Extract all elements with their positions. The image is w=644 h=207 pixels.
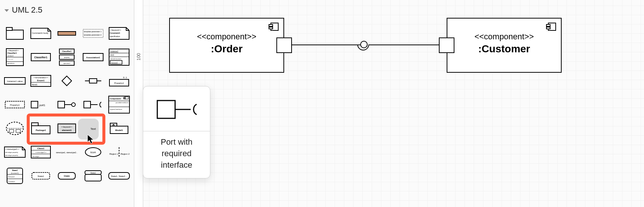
shape-icon[interactable]: icon bbox=[80, 141, 106, 163]
svg-text:Classifier1: Classifier1 bbox=[7, 52, 17, 54]
shape-association[interactable]: Association1 bbox=[80, 46, 106, 68]
svg-rect-53 bbox=[58, 101, 65, 108]
shape-qualifier[interactable] bbox=[80, 70, 106, 92]
svg-text:Region 1: Region 1 bbox=[109, 153, 119, 155]
shape-constraint[interactable]: <<keyword>>Constraint1specification bbox=[106, 22, 132, 45]
shape-classifier[interactable]: Classifier1 bbox=[28, 46, 53, 68]
svg-text:internal structure: internal structure bbox=[110, 58, 122, 60]
svg-text:Class1: Class1 bbox=[37, 147, 45, 150]
svg-text:State1, State2…: State1, State2… bbox=[111, 175, 127, 177]
svg-rect-51 bbox=[31, 101, 38, 108]
svg-text:required interfaces: required interfaces bbox=[110, 108, 122, 110]
provided-interface-ball-icon bbox=[360, 41, 368, 48]
svg-text:<<keyword>>: <<keyword>> bbox=[7, 49, 19, 52]
svg-text:Comment1 body: Comment1 body bbox=[32, 32, 48, 34]
svg-text:<<stereotype1>>: <<stereotype1>> bbox=[5, 148, 19, 150]
svg-text:<<enumeration>>: <<enumeration>> bbox=[34, 76, 49, 79]
svg-text:property: property bbox=[64, 56, 70, 58]
shape-port-provided-interface[interactable] bbox=[54, 93, 79, 116]
svg-text:literal1: literal1 bbox=[32, 83, 37, 86]
palette-title: UML 2.5 bbox=[12, 5, 42, 15]
svg-rect-108 bbox=[85, 174, 101, 181]
svg-rect-3 bbox=[58, 32, 76, 35]
shape-state-composite[interactable]: State1 bbox=[80, 165, 106, 187]
svg-text:stereotype1, stereotype2…: stereotype1, stereotype2… bbox=[56, 151, 78, 154]
svg-rect-70 bbox=[16, 129, 20, 132]
tooltip-preview-image bbox=[143, 86, 210, 131]
svg-text:State1: State1 bbox=[90, 172, 96, 174]
port-customer[interactable] bbox=[439, 37, 454, 53]
shape-stereotype-apply[interactable]: stereotype1, stereotype2… bbox=[54, 141, 79, 163]
component-order[interactable]: <<component>> :Order bbox=[169, 18, 284, 73]
diagram-canvas[interactable]: 100 <<component>> :Order <<component>> :… bbox=[134, 0, 644, 207]
svg-text:provided interfaces: provided interfaces bbox=[116, 102, 128, 104]
svg-text:template parameter 1: template parameter 1 bbox=[84, 30, 102, 33]
shape-text[interactable]: Text bbox=[80, 117, 106, 139]
svg-text:Model1: Model1 bbox=[115, 129, 123, 131]
shape-region-split[interactable]: Region 1Region 2 bbox=[106, 141, 132, 163]
svg-rect-60 bbox=[124, 97, 125, 98]
assembly-connector-left[interactable] bbox=[292, 45, 360, 45]
shape-model[interactable]: Model1 bbox=[106, 117, 132, 139]
shape-instance-value[interactable]: Instance1 value bbox=[2, 70, 27, 92]
shape-component-interfaces[interactable]: Component1provided interfacesrequired in… bbox=[106, 93, 132, 116]
svg-text:behavior1: behavior1 bbox=[8, 176, 15, 178]
shape-comment[interactable]: Comment1 body bbox=[28, 22, 53, 45]
svg-rect-71 bbox=[32, 123, 38, 126]
svg-rect-114 bbox=[269, 27, 273, 29]
shape-enumeration[interactable]: <<enumeration>>Enum1literal1 bbox=[28, 70, 53, 92]
shape-property-multiplicity[interactable]: 0..1Property1 bbox=[106, 70, 132, 92]
svg-text:Package1: Package1 bbox=[36, 129, 46, 131]
svg-text:stereotype property: stereotype property bbox=[5, 151, 18, 153]
shape-classifier-stereo[interactable]: <<keyword>>Classifier1attribute1inherite… bbox=[2, 46, 27, 68]
shape-port[interactable]: port1 bbox=[28, 93, 53, 116]
svg-text:port1: port1 bbox=[39, 104, 45, 107]
shape-port-required-interface[interactable] bbox=[80, 93, 106, 116]
shape-stereotype-property[interactable]: <<stereotype1>>stereotype propertystereo… bbox=[2, 141, 27, 163]
svg-text:0..1: 0..1 bbox=[123, 76, 127, 79]
shape-packaged-element[interactable]: <<keyword>>element1 bbox=[54, 117, 79, 139]
svg-text:Classifier1: Classifier1 bbox=[34, 56, 48, 59]
shape-state-dashed[interactable]: State1 bbox=[28, 165, 53, 187]
shape-package-folder[interactable] bbox=[2, 22, 27, 45]
shape-template-parameter[interactable]: template parameter 1template parameter 2 bbox=[80, 22, 106, 45]
shape-preview-tooltip: Port with required interface bbox=[143, 86, 210, 178]
shape-classifier-compartments[interactable]: Classifier1propertyoperation1 bbox=[54, 46, 79, 68]
component-customer[interactable]: <<component>> :Customer bbox=[447, 18, 562, 73]
svg-text:Property1: Property1 bbox=[10, 104, 20, 106]
vertical-ruler: 100 bbox=[134, 0, 143, 207]
palette-section-header[interactable]: UML 2.5 bbox=[0, 0, 134, 21]
svg-rect-0 bbox=[6, 30, 23, 39]
svg-text:<<keyword>>: <<keyword>> bbox=[110, 29, 121, 31]
shape-package[interactable]: Package1 bbox=[28, 117, 53, 139]
svg-text:State: State bbox=[64, 175, 70, 177]
shape-state[interactable]: State bbox=[54, 165, 79, 187]
shape-component-bar[interactable] bbox=[54, 22, 79, 45]
svg-text:State1: State1 bbox=[12, 169, 18, 171]
shape-state-list[interactable]: State1, State2… bbox=[106, 165, 132, 187]
svg-text:transition1: transition1 bbox=[8, 181, 15, 183]
svg-rect-69 bbox=[9, 129, 14, 132]
shape-collaboration[interactable] bbox=[2, 117, 27, 139]
svg-text:Region 2: Region 2 bbox=[121, 153, 130, 155]
svg-text:element1: element1 bbox=[62, 129, 72, 131]
svg-text:Property1: Property1 bbox=[114, 82, 124, 84]
assembly-connector-right[interactable] bbox=[369, 45, 439, 45]
shape-instance-slots[interactable]: Instance1slot1internal structureInstance… bbox=[106, 46, 132, 68]
shape-property-dashed[interactable]: Property1 bbox=[2, 93, 27, 116]
svg-rect-118 bbox=[157, 101, 175, 118]
svg-text:Instance1 value: Instance1 value bbox=[7, 80, 23, 82]
shape-class-stereotype[interactable]: Class1<<stereotype1>>stereotype bbox=[28, 141, 53, 163]
svg-text:inherited: inherited bbox=[7, 58, 13, 60]
shape-nary-diamond[interactable] bbox=[54, 70, 79, 92]
svg-rect-56 bbox=[84, 101, 91, 108]
svg-rect-113 bbox=[269, 24, 273, 26]
shape-palette-grid: Comment1 body template parameter 1templa… bbox=[0, 21, 134, 207]
shape-state-compartments[interactable]: State1[invariant1]behavior1transition1 bbox=[2, 165, 27, 187]
component-icon bbox=[269, 22, 279, 31]
shape-palette-sidebar: UML 2.5 Comment1 body template parameter… bbox=[0, 0, 134, 207]
port-order[interactable] bbox=[276, 37, 292, 53]
component-stereotype: <<component>> bbox=[447, 32, 561, 42]
svg-point-55 bbox=[72, 103, 75, 106]
svg-text:specification: specification bbox=[110, 35, 120, 37]
